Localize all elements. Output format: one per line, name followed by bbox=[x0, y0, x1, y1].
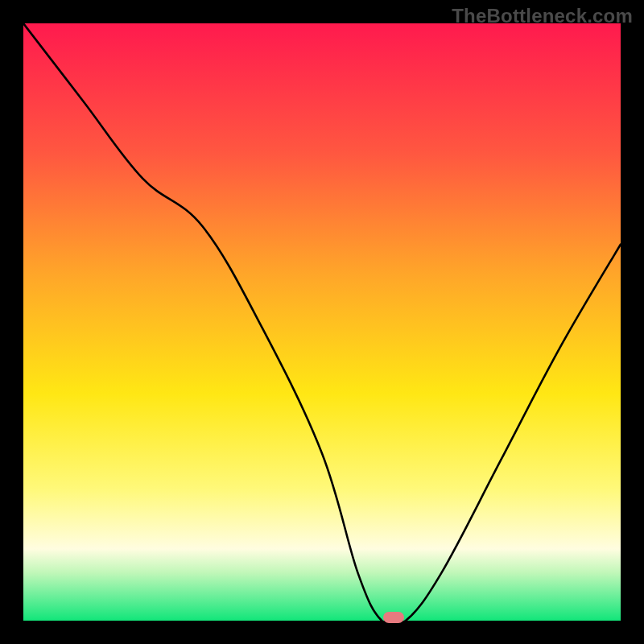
plot-area bbox=[23, 23, 621, 621]
chart-canvas: TheBottleneck.com bbox=[0, 0, 644, 644]
optimum-marker bbox=[383, 612, 404, 623]
bottleneck-curve bbox=[23, 23, 621, 621]
